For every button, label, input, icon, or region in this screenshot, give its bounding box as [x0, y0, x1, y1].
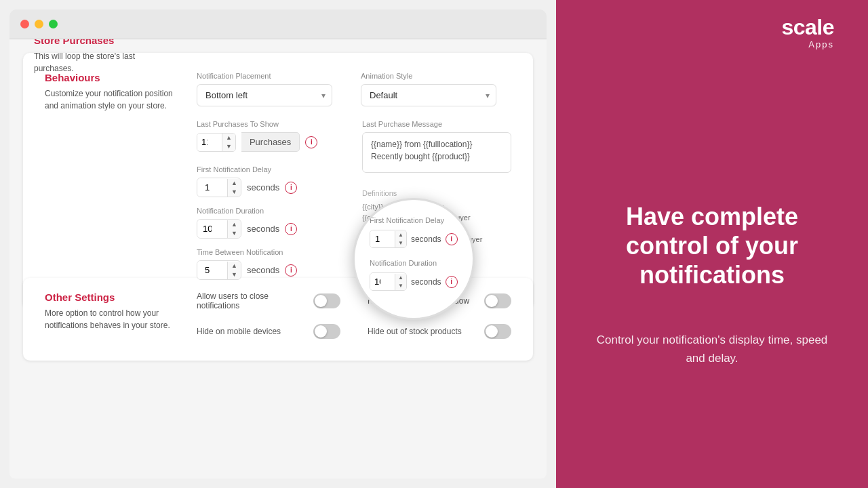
first-delay-unit: seconds — [247, 182, 279, 192]
last-message-textarea[interactable]: {{name}} from {{fulllocation}} Recently … — [362, 132, 511, 173]
duration-input[interactable] — [197, 220, 227, 238]
time-between-info-icon[interactable]: i — [285, 264, 297, 277]
animation-group: Animation Style Default Slide Fade ▾ — [361, 72, 511, 106]
behaviours-desc: Customize your notification position and… — [45, 87, 180, 112]
purchases-spinners: ▲ ▼ — [222, 134, 235, 151]
definitions-title: Definitions — [362, 189, 511, 197]
toggle-row-0: Allow users to close notifications — [197, 291, 340, 310]
toggle-row-2: Hide on mobile devices — [197, 324, 340, 339]
animation-select[interactable]: Default Slide Fade — [361, 84, 496, 106]
brand-apps: Apps — [781, 39, 834, 49]
mag-first-delay-field: ▲ ▼ — [370, 230, 407, 248]
mag-first-delay-input[interactable] — [370, 230, 395, 247]
purchases-number-field: ▲ ▼ — [197, 133, 236, 152]
time-between-spinners: ▲ ▼ — [227, 262, 241, 279]
first-delay-down-btn[interactable]: ▼ — [228, 188, 241, 197]
first-delay-spinners: ▲ ▼ — [227, 179, 241, 197]
other-settings-right: Allow users to close notifications Remov… — [197, 291, 511, 347]
first-delay-label: First Notification Delay — [197, 165, 346, 174]
mag-first-delay-down[interactable]: ▼ — [395, 239, 406, 247]
mag-first-delay-unit: seconds — [411, 235, 441, 244]
toggle-2[interactable] — [313, 324, 340, 339]
placement-select-wrapper: Bottom left Bottom right Top left Top ri… — [197, 84, 332, 106]
toggle-label-0: Allow users to close notifications — [197, 291, 307, 310]
animation-select-wrapper: Default Slide Fade ▾ — [361, 84, 496, 106]
toggles-grid: Allow users to close notifications Remov… — [197, 291, 511, 347]
time-between-number-field: ▲ ▼ — [197, 260, 241, 280]
mag-first-delay-up[interactable]: ▲ — [395, 231, 406, 239]
duration-input-wrap: ▲ ▼ seconds i — [197, 219, 297, 239]
toggle-row-3: Hide out of stock products — [368, 324, 511, 339]
toggle-0[interactable] — [313, 293, 340, 308]
last-purchases-row: Last Purchases To Show ▲ ▼ — [197, 120, 346, 152]
first-notification-delay-row: First Notification Delay ▲ ▼ — [197, 165, 346, 197]
behaviours-layout: Behaviours Customize your notification p… — [45, 72, 511, 289]
magnifier-overlay: First Notification Delay ▲ ▼ — [353, 198, 475, 320]
browser-chrome — [9, 9, 547, 39]
placement-group: Notification Placement Bottom left Botto… — [197, 72, 347, 106]
time-between-label: Time Between Notification — [197, 248, 346, 256]
last-message-row: Last Purchase Message {{name}} from {{fu… — [362, 120, 511, 176]
duration-spinners: ▲ ▼ — [227, 220, 241, 238]
mag-duration-input[interactable] — [370, 273, 395, 290]
mag-first-delay-input-row: ▲ ▼ seconds i — [370, 230, 458, 248]
first-delay-number-field: ▲ ▼ — [197, 178, 241, 197]
toggle-label-2: Hide on mobile devices — [197, 327, 307, 336]
mag-duration-up[interactable]: ▲ — [395, 274, 406, 282]
store-purchases-left-label: Store Purchases This will loop the store… — [34, 39, 156, 75]
store-purchases-desc: This will loop the store's last purchase… — [34, 50, 156, 75]
first-delay-up-btn[interactable]: ▲ — [228, 179, 241, 188]
first-delay-input[interactable] — [197, 178, 227, 197]
last-message-label: Last Purchase Message — [362, 120, 511, 128]
behaviours-fields: Notification Placement Bottom left Botto… — [197, 72, 511, 106]
duration-down-btn[interactable]: ▼ — [228, 229, 241, 238]
behaviours-left: Behaviours Customize your notification p… — [45, 72, 180, 289]
purchases-number-input[interactable] — [197, 134, 222, 150]
purchases-down-btn[interactable]: ▼ — [222, 142, 235, 151]
minimize-button[interactable] — [35, 20, 43, 28]
store-purchases-title: Store Purchases — [34, 39, 156, 46]
last-purchases-label: Last Purchases To Show — [197, 120, 346, 128]
placement-select[interactable]: Bottom left Bottom right Top left Top ri… — [197, 84, 332, 106]
mag-first-delay-label: First Notification Delay — [370, 216, 444, 224]
mag-first-delay-info[interactable]: i — [446, 233, 458, 245]
toggle-1[interactable] — [484, 293, 511, 308]
duration-number-field: ▲ ▼ — [197, 219, 241, 239]
other-settings-left: Other Settings More option to control ho… — [45, 291, 180, 347]
mag-duration-field: ▲ ▼ — [370, 272, 407, 291]
behaviours-right: Notification Placement Bottom left Botto… — [197, 72, 511, 289]
close-button[interactable] — [20, 20, 29, 28]
purchases-info-icon[interactable]: i — [305, 136, 317, 148]
toggle-3[interactable] — [484, 324, 511, 339]
mag-duration-label: Notification Duration — [370, 259, 437, 267]
duration-up-btn[interactable]: ▲ — [228, 220, 241, 229]
delay-rows: First Notification Delay ▲ ▼ — [197, 165, 346, 280]
time-between-up-btn[interactable]: ▲ — [228, 262, 241, 270]
purchases-input-row: ▲ ▼ Purchases i — [197, 132, 346, 152]
headline: Have complete control of your notificati… — [590, 202, 834, 290]
mag-duration-down[interactable]: ▼ — [395, 282, 406, 290]
first-delay-info-icon[interactable]: i — [285, 182, 297, 194]
brand-scale: scale — [781, 16, 834, 38]
duration-info-icon[interactable]: i — [285, 223, 297, 235]
animation-label: Animation Style — [361, 72, 511, 80]
mag-duration-spinners: ▲ ▼ — [395, 274, 406, 290]
subtext: Control your notification's display time… — [590, 331, 834, 367]
browser-content: Behaviours Customize your notification p… — [9, 39, 547, 479]
placement-label: Notification Placement — [197, 72, 347, 80]
maximize-button[interactable] — [49, 20, 58, 28]
brand: scale Apps — [781, 16, 834, 49]
mag-first-delay-spinners: ▲ ▼ — [395, 231, 406, 247]
purchases-up-btn[interactable]: ▲ — [222, 134, 235, 142]
time-between-row: Time Between Notification ▲ ▼ — [197, 248, 346, 280]
duration-unit: seconds — [247, 224, 279, 234]
time-between-input[interactable] — [197, 261, 227, 279]
toggle-label-3: Hide out of stock products — [368, 327, 477, 336]
mag-duration-info[interactable]: i — [446, 276, 458, 288]
duration-label: Notification Duration — [197, 207, 346, 215]
behaviours-card: Behaviours Customize your notification p… — [23, 53, 533, 308]
first-delay-input-wrap: ▲ ▼ seconds i — [197, 178, 297, 197]
time-between-input-wrap: ▲ ▼ seconds i — [197, 260, 297, 280]
time-between-down-btn[interactable]: ▼ — [228, 270, 241, 279]
mag-duration-input-row: ▲ ▼ seconds i — [370, 272, 458, 291]
